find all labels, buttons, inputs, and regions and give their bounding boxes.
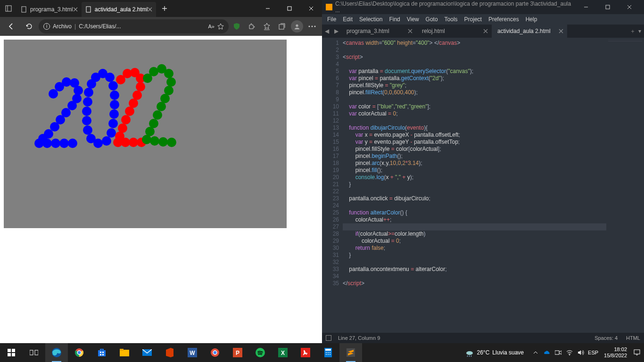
chrome-taskbar-icon-2[interactable]: [204, 343, 226, 362]
svg-rect-5: [288, 7, 291, 10]
extensions-icon[interactable]: [245, 19, 259, 33]
minimize-button[interactable]: [257, 0, 279, 17]
browser-tab-2-active[interactable]: actividad_aula 2.html: [82, 2, 157, 17]
svg-line-121: [469, 355, 470, 357]
favorites-icon[interactable]: [260, 19, 274, 33]
office-icon[interactable]: [158, 343, 181, 362]
tab-nav-back[interactable]: ◀: [322, 25, 331, 38]
new-tab-button[interactable]: [158, 2, 171, 15]
menu-view[interactable]: View: [404, 16, 422, 23]
calculator-icon[interactable]: [317, 343, 339, 362]
svg-point-25: [42, 139, 52, 148]
ms-store-icon[interactable]: [91, 343, 113, 362]
menu-find[interactable]: Find: [386, 16, 403, 23]
browser-tab-1[interactable]: programa_3.html: [17, 2, 82, 17]
input-language[interactable]: ESP: [588, 350, 598, 355]
address-bar[interactable]: i Archivo | C:/Users/Elias/... A»: [39, 19, 229, 33]
svg-point-69: [157, 102, 166, 111]
menu-selection[interactable]: Selection: [356, 16, 386, 23]
task-view-button[interactable]: [23, 343, 45, 362]
maximize-button[interactable]: [279, 0, 300, 17]
menu-tools[interactable]: Tools: [441, 16, 461, 23]
site-info-icon[interactable]: i: [43, 23, 50, 30]
svg-point-55: [121, 115, 131, 124]
tab-overflow-icon[interactable]: ▾: [638, 28, 641, 34]
svg-rect-78: [606, 5, 610, 9]
mail-icon[interactable]: [136, 343, 158, 362]
tab-nav-forward[interactable]: ▶: [331, 25, 341, 38]
svg-point-68: [160, 94, 170, 103]
clock[interactable]: 18:02 15/8/2022: [604, 346, 627, 359]
svg-rect-79: [8, 349, 11, 352]
acrobat-icon[interactable]: [294, 343, 317, 362]
weather-widget[interactable]: 26°C Lluvia suave: [465, 348, 524, 357]
syntax-setting[interactable]: HTML: [626, 335, 640, 341]
profile-avatar[interactable]: [290, 19, 304, 33]
close-tab-icon[interactable]: [408, 29, 413, 33]
excel-icon[interactable]: X: [272, 343, 294, 362]
menu-preferences[interactable]: Preferences: [485, 16, 522, 23]
more-menu-icon[interactable]: [305, 19, 319, 33]
start-button[interactable]: [0, 343, 23, 362]
powerpoint-icon[interactable]: P: [226, 343, 249, 362]
favorite-star-icon[interactable]: [217, 23, 224, 30]
new-tab-button[interactable]: ＋: [630, 27, 636, 35]
collections-icon[interactable]: [275, 19, 289, 33]
editor-tab-3-active[interactable]: actividad_aula 2.html: [492, 25, 567, 38]
svg-rect-109: [301, 348, 310, 357]
chrome-taskbar-icon[interactable]: [68, 343, 91, 362]
panel-toggle-icon[interactable]: [326, 335, 331, 341]
reader-mode-icon[interactable]: A»: [208, 24, 215, 29]
word-icon[interactable]: W: [181, 343, 204, 362]
menu-help[interactable]: Help: [522, 16, 541, 23]
minimap[interactable]: [606, 38, 644, 333]
editor-tab-1[interactable]: programa_3.html: [341, 25, 416, 38]
minimize-button[interactable]: [575, 0, 597, 14]
spotify-icon[interactable]: [249, 343, 272, 362]
onedrive-icon[interactable]: [543, 348, 551, 357]
refresh-button[interactable]: [21, 19, 38, 34]
svg-point-124: [569, 354, 570, 355]
close-tab-icon[interactable]: [483, 29, 488, 33]
tab-label: actividad_aula 2.html: [497, 28, 551, 34]
svg-point-28: [68, 139, 77, 148]
menu-file[interactable]: File: [324, 16, 339, 23]
sublime-taskbar-icon[interactable]: [339, 343, 362, 362]
close-window-button[interactable]: [619, 0, 640, 14]
volume-icon[interactable]: [577, 348, 585, 357]
close-tab-icon[interactable]: [73, 7, 78, 12]
canvas-drawing[interactable]: [4, 40, 287, 228]
svg-point-8: [296, 25, 298, 27]
tab-label: programa_3.html: [347, 28, 389, 34]
svg-rect-91: [98, 350, 106, 356]
svg-rect-96: [120, 350, 129, 356]
svg-point-11: [314, 26, 316, 27]
maximize-button[interactable]: [597, 0, 619, 14]
svg-point-66: [166, 77, 176, 87]
vertical-tabs-button[interactable]: [0, 0, 17, 17]
svg-rect-125: [634, 350, 640, 354]
weather-temp: 26°C: [477, 349, 490, 356]
back-button[interactable]: [3, 19, 20, 34]
indent-setting[interactable]: Spaces: 4: [594, 335, 618, 341]
svg-point-43: [82, 107, 91, 116]
cursor-position: Line 27, Column 9: [338, 335, 380, 341]
adguard-extension-icon[interactable]: [230, 19, 244, 33]
editor-tab-2[interactable]: reloj.html: [416, 25, 492, 38]
close-tab-icon[interactable]: [559, 29, 563, 33]
menu-goto[interactable]: Goto: [422, 16, 441, 23]
notifications-icon[interactable]: [633, 348, 641, 357]
close-window-button[interactable]: [300, 0, 322, 17]
meet-now-icon[interactable]: [554, 348, 562, 357]
file-explorer-icon[interactable]: [113, 343, 136, 362]
close-tab-icon[interactable]: [148, 7, 152, 12]
code-area[interactable]: <canvas width="600" height="400"> </canv…: [343, 38, 606, 333]
svg-rect-3: [86, 7, 91, 12]
menu-edit[interactable]: Edit: [339, 16, 356, 23]
svg-point-117: [330, 354, 330, 355]
svg-point-52: [132, 90, 142, 100]
tray-chevron-up-icon[interactable]: [531, 348, 540, 357]
menu-project[interactable]: Project: [461, 16, 485, 23]
wifi-icon[interactable]: [565, 348, 574, 357]
edge-taskbar-icon[interactable]: [45, 343, 68, 362]
